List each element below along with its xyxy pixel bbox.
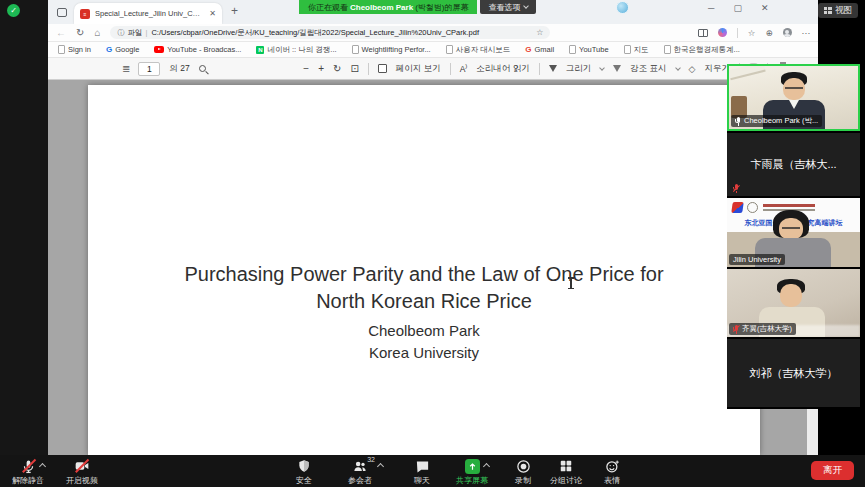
bookmark-label: 한국은행경제통계... <box>674 45 740 55</box>
page-view-icon[interactable] <box>378 64 387 73</box>
bookmark-item[interactable]: 지도 <box>624 45 649 55</box>
address-bar-right-icons: ☆ ⊕ ⋯ <box>698 28 810 38</box>
chat-button[interactable]: 聊天 <box>396 458 448 486</box>
view-options-button[interactable]: 查看选项 <box>480 0 536 14</box>
maximize-icon[interactable]: ▢ <box>733 3 742 13</box>
favorite-star-icon[interactable]: ☆ <box>536 28 543 37</box>
bookmark-item[interactable]: N네이버 :: 나의 경쟁... <box>256 45 336 55</box>
page-view-label[interactable]: 페이지 보기 <box>396 63 441 75</box>
tab-close-icon[interactable]: ✕ <box>209 9 216 18</box>
video-tile-liu-qi[interactable]: 刘祁（吉林大学） <box>727 339 860 407</box>
highlighter-icon[interactable] <box>613 65 621 72</box>
draw-pen-icon[interactable] <box>549 65 557 72</box>
person-figure <box>780 284 802 307</box>
muted-mic-icon <box>733 325 739 334</box>
bookmark-item[interactable]: Sign in <box>58 45 91 54</box>
start-video-label: 开启视频 <box>66 475 98 486</box>
window-controls: ─ ▢ ✕ <box>708 3 768 13</box>
tab-actions-icon[interactable] <box>57 8 67 17</box>
page-icon <box>569 45 576 54</box>
close-icon[interactable]: ✕ <box>761 3 769 13</box>
watching-prefix: 你正在观看 <box>308 2 348 13</box>
video-tile-qi-yi[interactable]: 齐翼(吉林大学) <box>727 269 860 337</box>
presenter-alt-name: (박철범) <box>415 2 444 13</box>
participants-button[interactable]: 32 参会者 <box>334 458 386 486</box>
security-button[interactable]: 安全 <box>278 458 330 486</box>
collections-icon[interactable]: ⊕ <box>765 28 772 38</box>
draw-label[interactable]: 그리기 <box>566 63 592 75</box>
bookmark-item[interactable]: GGoogle <box>106 45 139 54</box>
slide-affiliation: Korea University <box>88 344 760 361</box>
chevron-down-icon <box>524 3 530 9</box>
read-aloud-label[interactable]: 소리내어 읽기 <box>476 63 529 75</box>
url-scheme-label: 파일 <box>127 28 142 38</box>
browser-tab[interactable]: ≡ Special_Lecture_Jilin Univ_CPark... ✕ <box>74 3 222 24</box>
muted-mic-chip <box>729 183 743 194</box>
breakout-rooms-button[interactable]: 分组讨论 <box>540 458 592 486</box>
split-screen-icon[interactable] <box>698 29 708 37</box>
tab-title: Special_Lecture_Jilin Univ_CPark... <box>95 9 204 18</box>
fit-page-icon[interactable]: ⊡ <box>350 63 358 74</box>
chevron-up-icon[interactable] <box>38 463 45 470</box>
unmute-label: 解除静音 <box>12 475 44 486</box>
chevron-down-icon[interactable] <box>675 65 681 71</box>
share-screen-button[interactable]: 共享屏幕 <box>446 458 498 486</box>
url-separator: | <box>145 28 147 37</box>
settings-more-icon[interactable]: ⋯ <box>802 28 811 38</box>
leave-button[interactable]: 离开 <box>811 461 854 480</box>
copilot-icon[interactable] <box>718 28 727 37</box>
page-info-icon[interactable]: ⓘ <box>117 28 124 38</box>
address-bar[interactable]: ⓘ 파일 | C:/Users/cbpar/OneDrive/문서/KU_tea… <box>110 26 550 39</box>
google-icon: G <box>106 45 112 54</box>
rotate-icon[interactable]: ↻ <box>333 63 341 74</box>
page-number-input[interactable]: 1 <box>138 62 160 76</box>
toc-icon[interactable]: ≣ <box>122 63 129 74</box>
mic-icon <box>735 117 741 126</box>
text-cursor <box>570 277 572 289</box>
reactions-button[interactable]: 表情 <box>586 458 638 486</box>
divider <box>450 63 451 75</box>
zoom-out-icon[interactable]: − <box>303 63 309 74</box>
chevron-up-icon[interactable] <box>377 463 384 470</box>
back-icon[interactable]: ← <box>56 27 66 38</box>
profile-avatar-icon[interactable] <box>783 28 792 37</box>
view-layout-button[interactable]: 视图 <box>818 3 858 18</box>
university-seal-icon <box>747 202 758 213</box>
page-icon <box>446 45 453 54</box>
bookmark-item[interactable]: 한국은행경제통계... <box>664 45 740 55</box>
search-icon[interactable] <box>199 65 206 72</box>
video-tile-cheolbeom-park[interactable]: Cheolbeom Park (박... <box>727 64 860 131</box>
highlight-label[interactable]: 강조 표시 <box>630 63 666 75</box>
share-screen-icon <box>465 459 480 474</box>
institute-logo-icon <box>731 202 744 213</box>
glasses <box>782 227 800 229</box>
bookmark-item[interactable]: Weightlifting Perfor... <box>352 45 431 54</box>
pdf-viewer-area: Purchasing Power Parity and the Law of O… <box>48 80 818 455</box>
refresh-icon[interactable]: ↻ <box>76 27 84 38</box>
start-video-button[interactable]: 开启视频 <box>56 458 108 486</box>
bookmark-item[interactable]: YouTube <box>569 45 608 54</box>
read-aloud-icon[interactable]: A) <box>460 63 468 74</box>
new-tab-button[interactable]: + <box>231 4 238 18</box>
bookmarks-bar: Sign in GGoogle YouTube - Broadcas... N네… <box>48 42 818 58</box>
reactions-label: 表情 <box>604 475 620 486</box>
participant-name: Cheolbeom Park (박... <box>744 116 818 126</box>
video-tile-bian-yuchen[interactable]: 卞雨晨（吉林大... <box>727 133 860 196</box>
security-label: 安全 <box>296 475 312 486</box>
watching-suffix: 的屏幕 <box>444 2 468 13</box>
bookmark-item[interactable]: 사용자 대시보드 <box>446 45 511 55</box>
unmute-button[interactable]: 解除静音 <box>2 458 54 486</box>
video-tile-jilin-university[interactable]: 东北亚国别与区域研究高端讲坛 Jilin University <box>727 198 860 267</box>
bookmark-item[interactable]: YouTube - Broadcas... <box>154 45 241 54</box>
url-text: C:/Users/cbpar/OneDrive/문서/KU_teaching/길… <box>151 28 532 38</box>
minimize-icon[interactable]: ─ <box>708 3 714 13</box>
zoom-in-icon[interactable]: + <box>318 63 324 74</box>
bookmark-item[interactable]: GGmail <box>525 45 554 54</box>
glasses <box>785 87 803 89</box>
favorites-icon[interactable]: ☆ <box>748 28 756 38</box>
eraser-icon[interactable]: ◇ <box>689 64 696 74</box>
chevron-down-icon[interactable] <box>599 65 605 71</box>
home-icon[interactable]: ⌂ <box>94 27 100 38</box>
person-figure <box>779 218 803 240</box>
chevron-up-icon[interactable] <box>482 463 489 470</box>
